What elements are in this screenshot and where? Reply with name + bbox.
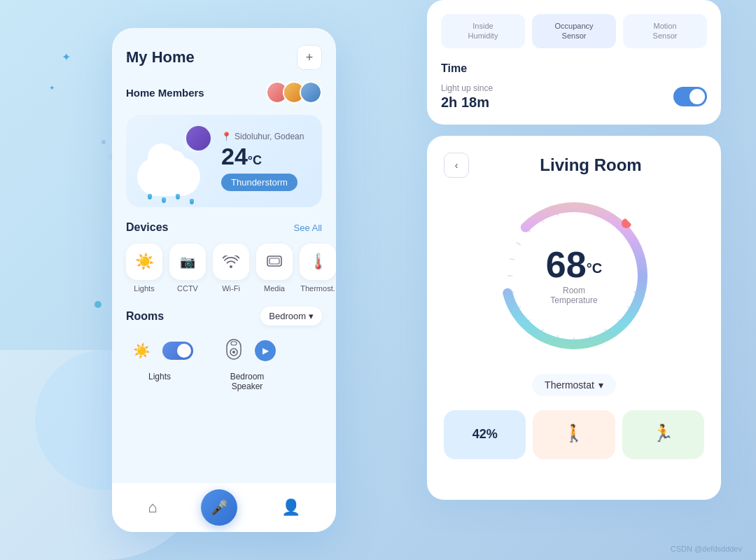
device-wifi[interactable]: Wi-Fi — [213, 244, 249, 293]
light-up-since-label: Light up since — [441, 83, 493, 93]
weather-card: 📍 Sidoluhur, Godean 24°C Thunderstorm — [126, 115, 322, 207]
device-thermostat[interactable]: 🌡️ Thermost. — [300, 244, 336, 293]
temperature-display: 68°C — [546, 246, 602, 283]
moon-shape — [186, 126, 211, 150]
dot-2 — [102, 140, 106, 144]
page-title: My Home — [126, 48, 195, 66]
svg-rect-5 — [231, 342, 237, 345]
temperature-dial[interactable]: 68°C RoomTemperature — [497, 199, 651, 353]
right-panel: InsideHumidity OccupancySensor MotionSen… — [427, 0, 721, 500]
star-icon-1: ✦ — [62, 50, 71, 64]
home-members-row: Home Members — [126, 81, 322, 104]
device-cctv[interactable]: 📷 CCTV — [169, 244, 206, 293]
weather-info: 📍 Sidoluhur, Godean 24°C Thunderstorm — [214, 132, 311, 191]
tab-inside-humidity[interactable]: InsideHumidity — [441, 14, 525, 48]
svg-line-18 — [510, 258, 514, 260]
devices-header: Devices See All — [126, 221, 322, 234]
dial-center: 68°C RoomTemperature — [546, 246, 602, 305]
rain-drop-1 — [148, 194, 152, 200]
time-section: Time Light up since 2h 18m — [441, 62, 707, 111]
device-lights[interactable]: ☀️ Lights — [126, 244, 162, 293]
device-thermostat-label: Thermost. — [300, 284, 335, 293]
mini-cards-row: 42% 🚶 🏃 — [444, 410, 704, 459]
room-devices-row: ☀️ Lights ▶ BedroomSpe — [126, 335, 322, 391]
location-pin-icon: 📍 — [221, 132, 232, 141]
mini-card-occupancy[interactable]: 🚶 — [533, 410, 615, 459]
room-lights-label: Lights — [148, 372, 171, 382]
home-nav-icon[interactable]: ⌂ — [148, 498, 157, 517]
weather-badge: Thunderstorm — [221, 174, 298, 191]
devices-title: Devices — [126, 221, 169, 234]
member-avatars — [266, 81, 322, 104]
devices-row: ☀️ Lights 📷 CCTV Wi-Fi Media 🌡️ Thermost… — [126, 244, 322, 293]
room-dropdown[interactable]: Bedroom ▾ — [260, 307, 322, 326]
time-label: Time — [441, 62, 707, 75]
temperature-dial-container: 68°C RoomTemperature — [444, 199, 704, 353]
motion-icon: 🏃 — [652, 424, 673, 443]
lights-toggle[interactable] — [162, 342, 193, 360]
living-room-card: ‹ Living Room — [427, 136, 721, 500]
profile-nav-icon[interactable]: 👤 — [281, 498, 300, 517]
time-row: Light up since 2h 18m — [441, 83, 707, 111]
toggle-knob-blue — [690, 89, 705, 104]
phone-left-card: My Home + Home Members 📍 Sidoluhur, Gode… — [112, 28, 336, 532]
rooms-title: Rooms — [126, 310, 164, 323]
room-speaker-top: ▶ — [218, 335, 276, 366]
phone-header: My Home + — [126, 45, 322, 70]
weather-location: 📍 Sidoluhur, Godean — [221, 132, 311, 141]
device-wifi-icon — [213, 244, 249, 280]
toggle-knob — [177, 344, 191, 358]
sensor-tabs: InsideHumidity OccupancySensor MotionSen… — [441, 14, 707, 48]
svg-rect-1 — [270, 258, 279, 264]
device-lights-label: Lights — [134, 284, 154, 293]
tab-occupancy-sensor[interactable]: OccupancySensor — [532, 14, 616, 48]
dot-1 — [94, 301, 102, 308]
rooms-header: Rooms Bedroom ▾ — [126, 307, 322, 326]
device-media-icon — [256, 244, 293, 280]
temperature-sublabel: RoomTemperature — [546, 286, 602, 305]
home-members-label: Home Members — [126, 87, 204, 99]
mini-card-humidity[interactable]: 42% — [444, 410, 526, 459]
svg-rect-2 — [227, 340, 241, 359]
star-icon-2: ✦ — [49, 84, 55, 92]
mini-card-motion[interactable]: 🏃 — [622, 410, 704, 459]
watermark: CSDN @defdsdddev — [671, 545, 742, 553]
weather-temp: 24°C — [221, 144, 311, 168]
light-toggle[interactable] — [673, 87, 707, 106]
device-thermostat-icon: 🌡️ — [300, 244, 336, 280]
mic-button[interactable]: 🎤 — [201, 489, 237, 526]
rain-drop-2 — [162, 197, 166, 203]
humidity-value: 42% — [472, 427, 498, 442]
speaker-play-button[interactable]: ▶ — [255, 340, 276, 361]
light-up-info: Light up since 2h 18m — [441, 83, 493, 111]
sensor-card: InsideHumidity OccupancySensor MotionSen… — [427, 0, 721, 125]
back-button[interactable]: ‹ — [444, 153, 469, 178]
room-speaker-label: BedroomSpeaker — [230, 372, 265, 391]
tab-motion-sensor[interactable]: MotionSensor — [623, 14, 707, 48]
occupancy-icon: 🚶 — [564, 424, 584, 443]
svg-point-4 — [232, 351, 235, 354]
room-lights-top: ☀️ — [126, 335, 193, 366]
svg-line-19 — [517, 242, 521, 245]
device-cctv-icon: 📷 — [169, 244, 206, 280]
rain-drop-4 — [190, 199, 194, 204]
device-lights-icon: ☀️ — [126, 244, 162, 280]
room-lights-icon: ☀️ — [126, 335, 157, 366]
lr-title: Living Room — [477, 155, 704, 175]
rain-drop-3 — [176, 194, 180, 200]
device-media-label: Media — [264, 284, 285, 293]
see-all-button[interactable]: See All — [294, 223, 322, 233]
cloud-shape — [137, 158, 200, 196]
device-cctv-label: CCTV — [177, 284, 198, 293]
add-button[interactable]: + — [297, 45, 322, 70]
avatar-3 — [300, 81, 322, 104]
room-device-lights: ☀️ Lights — [126, 335, 193, 382]
device-wifi-label: Wi-Fi — [222, 284, 240, 293]
bottom-nav: ⌂ 🎤 👤 — [112, 483, 336, 532]
room-device-speaker: ▶ BedroomSpeaker — [218, 335, 276, 391]
duration-value: 2h 18m — [441, 94, 493, 111]
room-speaker-icon — [218, 335, 249, 366]
device-media[interactable]: Media — [256, 244, 293, 293]
weather-icon — [137, 126, 214, 196]
